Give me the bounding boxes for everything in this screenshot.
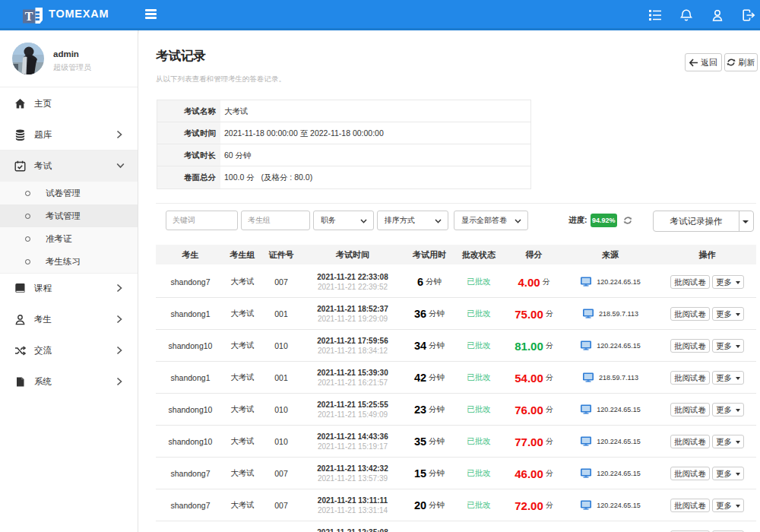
svg-text:T: T (25, 10, 33, 23)
